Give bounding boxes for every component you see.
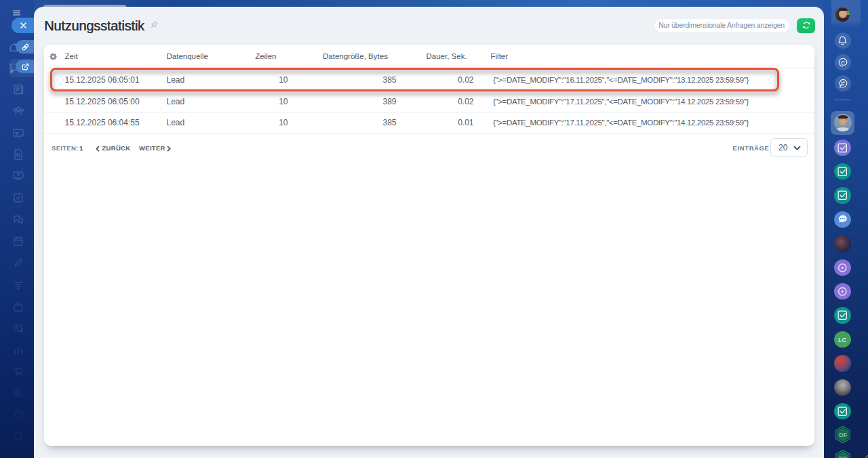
svg-text:RC: RC: [839, 455, 847, 458]
svg-text:OF: OF: [839, 432, 847, 438]
svg-text:LC: LC: [838, 336, 846, 344]
